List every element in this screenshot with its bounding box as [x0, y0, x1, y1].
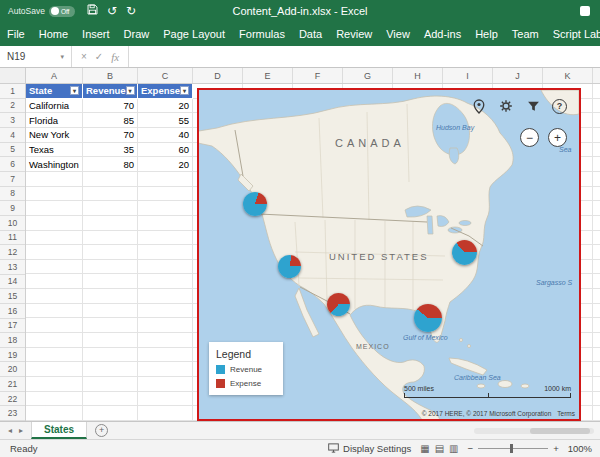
page-break-view-icon[interactable]: ▥	[449, 443, 458, 454]
column-header-H[interactable]: H	[393, 68, 443, 83]
window-control-icon[interactable]	[580, 6, 590, 16]
save-icon[interactable]	[87, 4, 98, 18]
ribbon-tab-add-ins[interactable]: Add-ins	[417, 22, 468, 46]
row-header-2[interactable]: 2	[0, 99, 25, 114]
zoom-out-icon[interactable]: −	[468, 443, 474, 454]
column-header-A[interactable]: A	[26, 68, 83, 83]
row-header-21[interactable]: 21	[0, 377, 25, 392]
page-layout-view-icon[interactable]: ▤	[435, 443, 444, 454]
ribbon-tab-data[interactable]: Data	[292, 22, 329, 46]
redo-icon[interactable]: ↻	[126, 4, 136, 18]
table-cell[interactable]: 35	[83, 143, 138, 158]
name-box[interactable]: N19 ▾	[0, 46, 72, 67]
pie-chart-new-york[interactable]	[452, 240, 477, 265]
row-header-12[interactable]: 12	[0, 245, 25, 260]
add-sheet-button[interactable]: +	[95, 424, 108, 437]
filter-dropdown-icon[interactable]: ▾	[180, 86, 189, 95]
table-cell[interactable]: Texas	[26, 143, 83, 158]
cancel-icon[interactable]: ×	[81, 51, 87, 62]
zoom-in-button[interactable]: +	[548, 128, 567, 147]
column-header-E[interactable]: E	[243, 68, 293, 83]
row-header-14[interactable]: 14	[0, 275, 25, 290]
row-header-9[interactable]: 9	[0, 201, 25, 216]
ribbon-tab-page-layout[interactable]: Page Layout	[156, 22, 232, 46]
sheet-nav-prev-icon[interactable]: ◂	[8, 426, 12, 435]
row-header-22[interactable]: 22	[0, 392, 25, 407]
zoom-slider-track[interactable]	[478, 448, 548, 449]
row-header-17[interactable]: 17	[0, 319, 25, 334]
name-box-dropdown-icon[interactable]: ▾	[60, 53, 64, 61]
table-header-expense[interactable]: Expense▾	[138, 84, 193, 99]
row-header-23[interactable]: 23	[0, 406, 25, 421]
sheet-tab-states[interactable]: States	[31, 422, 87, 439]
row-header-11[interactable]: 11	[0, 231, 25, 246]
help-icon[interactable]: ?	[552, 99, 567, 114]
row-header-8[interactable]: 8	[0, 187, 25, 202]
insert-function-icon[interactable]: fx	[111, 51, 119, 63]
row-header-18[interactable]: 18	[0, 333, 25, 348]
worksheet-grid[interactable]: 1234567891011121314151617181920212223 St…	[0, 84, 600, 421]
ribbon-tab-view[interactable]: View	[379, 22, 417, 46]
ribbon-tab-review[interactable]: Review	[329, 22, 379, 46]
normal-view-icon[interactable]: ▦	[420, 443, 429, 454]
filter-dropdown-icon[interactable]: ▾	[126, 86, 135, 95]
gear-icon[interactable]	[498, 98, 514, 114]
table-cell[interactable]: 60	[138, 143, 193, 158]
pie-chart-florida[interactable]	[414, 304, 442, 332]
filter-dropdown-icon[interactable]: ▾	[70, 86, 79, 95]
ribbon-tab-formulas[interactable]: Formulas	[232, 22, 292, 46]
pie-chart-washington[interactable]	[243, 192, 267, 216]
table-header-revenue[interactable]: Revenue▾	[83, 84, 138, 99]
undo-icon[interactable]: ↺	[107, 4, 117, 18]
row-header-20[interactable]: 20	[0, 362, 25, 377]
ribbon-tab-file[interactable]: File	[0, 22, 32, 46]
map-addin-frame[interactable]: CANADA UNITED STATES MEXICO Hudson Bay G…	[197, 88, 581, 421]
scrollbar-thumb[interactable]	[530, 428, 590, 434]
table-cell[interactable]: California	[26, 99, 83, 114]
row-header-6[interactable]: 6	[0, 157, 25, 172]
column-header-J[interactable]: J	[493, 68, 543, 83]
zoom-in-icon[interactable]: +	[553, 443, 559, 454]
zoom-slider-knob[interactable]	[510, 444, 513, 453]
row-header-7[interactable]: 7	[0, 172, 25, 187]
column-header-C[interactable]: C	[138, 68, 193, 83]
row-header-10[interactable]: 10	[0, 216, 25, 231]
column-header-K[interactable]: K	[543, 68, 593, 83]
column-header-D[interactable]: D	[193, 68, 243, 83]
table-cell[interactable]: 70	[83, 99, 138, 114]
table-cell[interactable]: 20	[138, 99, 193, 114]
table-cell[interactable]: Florida	[26, 113, 83, 128]
ribbon-tab-insert[interactable]: Insert	[75, 22, 117, 46]
map-surface[interactable]: CANADA UNITED STATES MEXICO Hudson Bay G…	[199, 90, 579, 419]
ribbon-tab-home[interactable]: Home	[32, 22, 75, 46]
row-header-4[interactable]: 4	[0, 128, 25, 143]
pie-chart-texas[interactable]	[327, 293, 350, 316]
filter-icon[interactable]	[525, 98, 541, 114]
column-header-B[interactable]: B	[83, 68, 138, 83]
ribbon-tab-team[interactable]: Team	[505, 22, 546, 46]
autosave-toggle[interactable]: AutoSave Off	[8, 6, 75, 17]
horizontal-scrollbar[interactable]	[474, 428, 594, 434]
row-header-3[interactable]: 3	[0, 113, 25, 128]
ribbon-tab-script-lab[interactable]: Script Lab	[546, 22, 600, 46]
column-header-G[interactable]: G	[343, 68, 393, 83]
table-cell[interactable]: New York	[26, 128, 83, 143]
select-all-corner[interactable]	[0, 68, 26, 83]
zoom-out-button[interactable]: −	[520, 128, 539, 147]
row-header-19[interactable]: 19	[0, 348, 25, 363]
display-settings-button[interactable]: Display Settings	[328, 443, 411, 455]
table-header-state[interactable]: State▾	[26, 84, 83, 99]
enter-icon[interactable]: ✓	[95, 51, 103, 62]
formula-input[interactable]	[129, 46, 600, 67]
row-header-1[interactable]: 1	[0, 84, 25, 99]
table-cell[interactable]: 80	[83, 157, 138, 172]
row-header-13[interactable]: 13	[0, 260, 25, 275]
terms-link[interactable]: Terms	[557, 410, 575, 417]
pie-chart-california[interactable]	[278, 255, 301, 278]
column-header-F[interactable]: F	[293, 68, 343, 83]
row-header-16[interactable]: 16	[0, 304, 25, 319]
table-cell[interactable]: Washington	[26, 157, 83, 172]
column-header-I[interactable]: I	[443, 68, 493, 83]
ribbon-tab-help[interactable]: Help	[468, 22, 505, 46]
table-cell[interactable]: 20	[138, 157, 193, 172]
